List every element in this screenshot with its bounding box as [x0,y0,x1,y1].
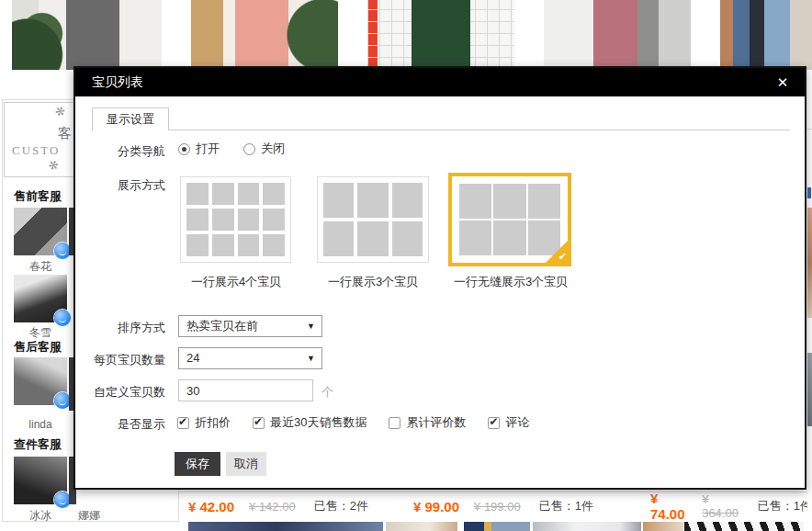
contact-avatar[interactable] [14,457,67,504]
radio-closed-label[interactable]: 关闭 [261,141,285,157]
layout-caption: 一行展示3个宝贝 [294,274,452,290]
contact-name: 娜娜 [78,508,131,524]
sale-price: ¥ 99.00 [413,499,459,514]
custom-count-input[interactable] [178,379,313,401]
check-icon: ✔ [489,415,498,428]
shop-decorator-page: ✻ 客 CUSTO ✻ 售前客服 春花 冬雪 售后客服 linda 查件客服 冰… [0,0,812,531]
checkbox-total-reviews[interactable]: ✔ [389,417,400,429]
section-title-aftersale: 售后客服 [14,339,62,356]
sort-select[interactable]: 热卖宝贝在前 ▼ [178,315,322,337]
product-photo[interactable] [533,522,641,531]
custom-count-label: 自定义宝贝数 [75,384,165,401]
photo-fragment [807,353,812,426]
chat-badge-icon [54,310,71,326]
category-nav-label: 分类导航 [75,143,165,160]
product-price-row: ¥ 42.00 ¥ 142.00 已售：2件 [188,497,368,515]
original-price: ¥ 142.00 [249,500,296,514]
contact-name: 冰冰 [14,508,67,524]
contact-avatar[interactable] [14,275,67,322]
modal-header: 宝贝列表 ✕ [75,68,805,96]
radio-closed[interactable] [243,143,255,155]
sort-select-value: 热卖宝贝在前 [186,319,258,333]
sale-price: ¥ 42.00 [188,499,234,514]
product-price-row: ¥ 74.00 ¥ 364.00 已售：1件 [650,497,812,515]
product-photo[interactable] [464,522,530,531]
checkbox-total-reviews-label[interactable]: 累计评价数 [406,414,466,431]
layout-caption: 一行无缝展示3个宝贝 [430,274,592,290]
original-price: ¥ 364.00 [702,492,739,520]
tab-display-settings[interactable]: 显示设置 [92,107,169,130]
section-title-tracking: 查件客服 [14,436,62,453]
radio-open-label[interactable]: 打开 [196,141,220,157]
section-title-presale: 售前客服 [14,188,62,205]
checkbox-30day-sales[interactable]: ✔ [253,417,265,429]
chevron-down-icon: ▼ [307,348,315,368]
contact-name: 春花 [14,259,67,275]
radio-open[interactable] [178,143,190,155]
product-photo[interactable] [684,522,804,531]
product-photo[interactable] [720,0,812,70]
layout-option-3-seamless-selected[interactable]: ✔ [448,173,571,266]
category-nav-radios: 打开 关闭 [178,141,285,157]
product-list-settings-modal: 宝贝列表 ✕ 显示设置 分类导航 打开 关闭 展示方式 [73,66,806,490]
per-page-select[interactable]: 24 ▼ [178,347,322,369]
show-options-row: ✔ 折扣价 ✔ 最近30天销售数据 ✔ 累计评价数 ✔ 评论 [177,414,529,431]
cancel-button[interactable]: 取消 [226,452,266,476]
show-options-label: 是否显示 [75,416,165,433]
check-icon: ✔ [178,415,187,428]
checkbox-comments[interactable]: ✔ [488,417,500,429]
product-photo[interactable] [191,0,338,70]
layout-preview-grid [323,183,423,256]
contact-name: linda [14,418,67,431]
modal-title: 宝贝列表 [92,68,143,96]
sold-count: 已售：1件 [758,498,812,514]
checkbox-discount-price-label[interactable]: 折扣价 [195,414,231,431]
layout-preview-grid [186,183,285,256]
sort-label: 排序方式 [75,320,165,336]
custom-count-unit: 个 [321,384,333,401]
display-mode-label: 展示方式 [75,177,165,194]
product-photo[interactable] [643,522,683,531]
checkbox-30day-sales-label[interactable]: 最近30天销售数据 [270,414,367,431]
header-en-label: CUSTO [12,143,60,158]
per-page-label: 每页宝贝数量 [75,352,165,368]
product-photo[interactable] [386,522,457,531]
product-photo[interactable] [544,0,691,70]
checkbox-comments-label[interactable]: 评论 [505,414,529,431]
leaf-decoration-icon: ✻ [47,157,61,174]
check-icon: ✔ [254,415,263,428]
leaf-decoration-icon: ✻ [53,104,67,120]
checkbox-discount-price[interactable]: ✔ [177,417,189,429]
close-icon[interactable]: ✕ [773,73,792,92]
product-photo[interactable] [188,522,383,531]
sold-count: 已售：1件 [539,498,593,514]
layout-option-4-per-row[interactable] [180,176,291,263]
page-edge-sliver [807,96,812,531]
sold-count: 已售：2件 [314,498,368,514]
product-photo[interactable] [12,0,162,70]
link-fragment [807,187,811,198]
product-photo[interactable] [367,0,514,70]
sale-price: ¥ 74.00 [650,491,687,522]
save-button[interactable]: 保存 [175,452,220,476]
per-page-select-value: 24 [186,351,199,365]
contact-avatar[interactable] [14,208,67,255]
layout-option-3-per-row[interactable] [317,176,429,263]
layout-caption: 一行展示4个宝贝 [158,274,314,290]
divider [807,129,812,130]
check-icon: ✔ [558,251,567,263]
contact-avatar[interactable] [14,357,67,405]
chevron-down-icon: ▼ [307,316,315,336]
original-price: ¥ 199.00 [474,500,521,514]
photo-fragment [807,208,812,318]
product-price-row: ¥ 99.00 ¥ 199.00 已售：1件 [413,497,593,515]
header-zh-label: 客 [58,125,72,142]
tab-divider [92,130,790,130]
